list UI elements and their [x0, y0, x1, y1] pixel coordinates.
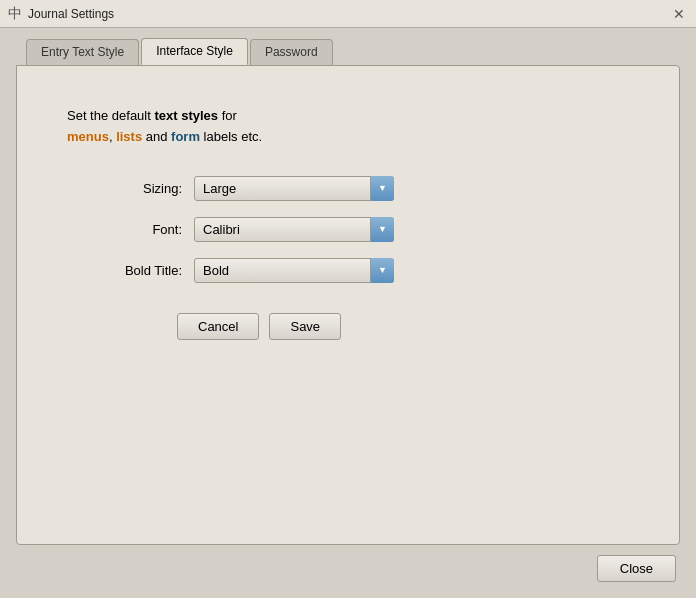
- bottom-bar: Close: [16, 545, 680, 584]
- bold-title-row: Bold Title: None Bold Italic Bold Italic: [97, 258, 639, 283]
- desc-rest: labels etc.: [200, 129, 262, 144]
- app-icon: 中: [8, 5, 22, 23]
- font-select[interactable]: Arial Calibri Georgia Times New Roman Ve…: [194, 217, 394, 242]
- sizing-select-wrapper: Small Medium Large Extra Large: [194, 176, 394, 201]
- desc-bold-text: text styles: [154, 108, 218, 123]
- desc-part1: Set the default: [67, 108, 154, 123]
- form-fields: Sizing: Small Medium Large Extra Large F…: [57, 176, 639, 283]
- save-button[interactable]: Save: [269, 313, 341, 340]
- tab-interface-style[interactable]: Interface Style: [141, 38, 248, 65]
- desc-menus: menus: [67, 129, 109, 144]
- sizing-row: Sizing: Small Medium Large Extra Large: [97, 176, 639, 201]
- bold-title-label: Bold Title:: [97, 263, 182, 278]
- tab-entry-text-style[interactable]: Entry Text Style: [26, 39, 139, 65]
- tab-bar: Entry Text Style Interface Style Passwor…: [16, 38, 680, 65]
- desc-form: form: [171, 129, 200, 144]
- sizing-select[interactable]: Small Medium Large Extra Large: [194, 176, 394, 201]
- window-body: Entry Text Style Interface Style Passwor…: [0, 28, 696, 598]
- bold-title-select-wrapper: None Bold Italic Bold Italic: [194, 258, 394, 283]
- content-panel: Set the default text styles for menus, l…: [16, 65, 680, 545]
- tab-password[interactable]: Password: [250, 39, 333, 65]
- description-text: Set the default text styles for menus, l…: [67, 106, 262, 148]
- desc-lists: lists: [116, 129, 142, 144]
- desc-and: and: [142, 129, 171, 144]
- font-row: Font: Arial Calibri Georgia Times New Ro…: [97, 217, 639, 242]
- title-bar: 中 Journal Settings ✕: [0, 0, 696, 28]
- cancel-button[interactable]: Cancel: [177, 313, 259, 340]
- window-title: Journal Settings: [28, 7, 114, 21]
- desc-part1b: for: [218, 108, 237, 123]
- action-buttons: Cancel Save: [177, 313, 341, 340]
- close-button[interactable]: Close: [597, 555, 676, 582]
- bold-title-select[interactable]: None Bold Italic Bold Italic: [194, 258, 394, 283]
- font-select-wrapper: Arial Calibri Georgia Times New Roman Ve…: [194, 217, 394, 242]
- font-label: Font:: [97, 222, 182, 237]
- sizing-label: Sizing:: [97, 181, 182, 196]
- window-close-button[interactable]: ✕: [670, 5, 688, 23]
